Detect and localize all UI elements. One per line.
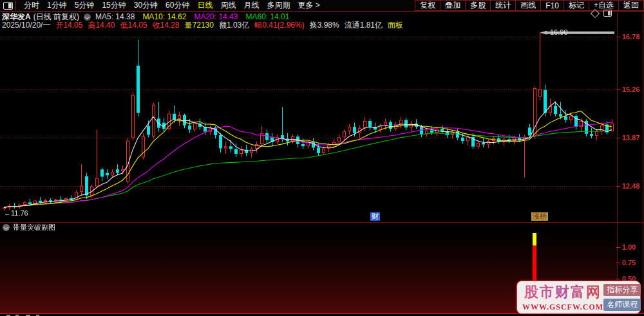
right-border-line [643, 12, 643, 313]
price-axis-label: 12.48 [622, 182, 640, 190]
chart-corner-controls [592, 10, 612, 17]
watermark-badge-indicator-share: 指标分享 [603, 284, 641, 296]
panel-divider [0, 222, 644, 223]
price-axis-label: 15.26 [622, 86, 640, 93]
overlay-button[interactable]: 叠加 [440, 0, 466, 11]
back-button[interactable]: 返回 [619, 0, 644, 11]
split-window-icon[interactable] [603, 10, 612, 17]
axis-tick [616, 138, 620, 138]
period-15min[interactable]: 15分钟 [98, 0, 129, 11]
period-30min[interactable]: 30分钟 [130, 0, 162, 11]
axis-tick [616, 279, 620, 279]
top-toolbar: 分时 1分钟 5分钟 15分钟 30分钟 60分钟 日线 周线 月线 多周期 更… [0, 0, 644, 12]
event-badge-limit-up-list[interactable]: 涨榜 [531, 212, 548, 221]
sub-indicator-title: 带量突破副图 [13, 223, 55, 232]
watermark-badge-teacher-course: 名师课程 [603, 299, 641, 311]
f10-button[interactable]: F10 [541, 0, 564, 11]
period-60min[interactable]: 60分钟 [162, 0, 193, 11]
statistics-button[interactable]: 统计 [491, 0, 516, 11]
main-candlestick-chart[interactable] [0, 30, 617, 222]
period-monthly[interactable]: 月线 [240, 0, 263, 11]
more-menu[interactable]: 更多 > [294, 0, 323, 11]
watermark: 股市财富网 WWW.GSCFW.COM 指标分享 名师课程 [516, 281, 641, 314]
axis-tick [616, 247, 620, 248]
axis-tick [616, 186, 620, 187]
watermark-badges: 指标分享 名师课程 [603, 284, 641, 311]
price-axis-line [617, 12, 618, 313]
draw-line-button[interactable]: 画线 [516, 0, 541, 11]
sub-indicator-header: 带量突破副图 [0, 223, 55, 232]
low-price-marker: ←11.76 [4, 209, 28, 217]
axis-tick [616, 37, 620, 37]
watermark-title: 股市财富网 [524, 283, 601, 302]
period-intraday[interactable]: 分时 [20, 0, 43, 11]
sub-axis-label: 0.75 [622, 259, 636, 266]
layout-toggle-icon[interactable] [3, 2, 13, 10]
period-1min[interactable]: 1分钟 [43, 0, 71, 11]
watermark-text-block: 股市财富网 WWW.GSCFW.COM [522, 283, 603, 312]
quote-row: 2025/10/20/一 开14.05 高14.40 低14.05 收14.28… [2, 21, 408, 30]
high-price-marker: 16.90 [550, 28, 568, 36]
chevron-down-circle-icon[interactable] [3, 224, 10, 231]
period-5min[interactable]: 5分钟 [71, 0, 99, 11]
multi-stock-button[interactable]: 多股 [466, 0, 491, 11]
sub-axis-label: 1.00 [622, 243, 636, 251]
period-weekly[interactable]: 周线 [216, 0, 240, 11]
period-daily[interactable]: 日线 [193, 0, 216, 11]
event-badge-finance[interactable]: 财 [370, 212, 380, 221]
chevron-down-circle-icon[interactable] [84, 14, 91, 21]
axis-tick [616, 263, 620, 263]
toolbar-separator [15, 1, 16, 10]
watermark-url: WWW.GSCFW.COM [522, 302, 603, 312]
axis-tick [616, 89, 620, 90]
price-axis-label: 13.87 [622, 134, 640, 142]
price-axis-label: 16.78 [622, 33, 640, 41]
diamond-icon[interactable] [591, 8, 600, 17]
mark-button[interactable]: 标记 [564, 0, 589, 11]
adjust-price-button[interactable]: 复权 [415, 0, 440, 11]
period-multi[interactable]: 多周期 [263, 0, 294, 11]
